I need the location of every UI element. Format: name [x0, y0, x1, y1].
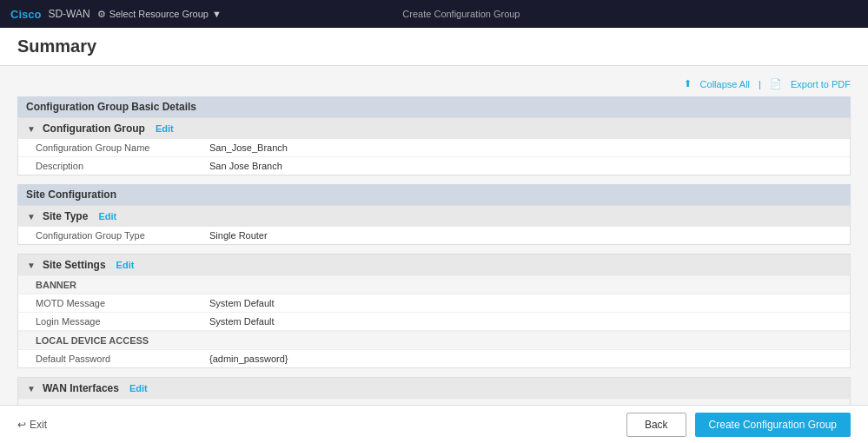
top-nav-center-label: Create Configuration Group	[402, 9, 520, 19]
expand-site-type-icon[interactable]: ▼	[27, 212, 36, 222]
site-settings-label: Site Settings	[43, 259, 106, 271]
site-type-body: Configuration Group Type Single Router	[18, 227, 850, 244]
expand-config-group-icon[interactable]: ▼	[27, 124, 36, 134]
page-title: Summary	[17, 36, 851, 56]
top-nav-left: Cisco SD-WAN ⚙ Select Resource Group ▼	[10, 8, 222, 21]
config-group-edit-link[interactable]: Edit	[156, 123, 174, 134]
transport1-subsection-header: TRANSPORT 1	[18, 399, 850, 405]
wan-interfaces-label: WAN Interfaces	[43, 382, 119, 394]
site-settings-body: BANNER MOTD Message System Default Login…	[18, 275, 850, 367]
table-row: MOTD Message System Default	[18, 294, 850, 313]
config-group-card: ▼ Configuration Group Edit Configuration…	[17, 117, 851, 175]
site-configuration-title: Site Configuration	[26, 188, 116, 201]
export-icon: 📄	[770, 78, 782, 89]
field-label-login-msg: Login Message	[36, 316, 209, 327]
site-settings-header: ▼ Site Settings Edit	[18, 255, 850, 275]
section-action-row: ⬆ Collapse All | 📄 Export to PDF	[17, 75, 851, 93]
export-to-pdf-button[interactable]: Export to PDF	[791, 79, 851, 89]
collapse-icon: ⬆	[684, 78, 692, 89]
field-label-group-name: Configuration Group Name	[36, 142, 209, 153]
local-device-subsection-header: LOCAL DEVICE ACCESS	[18, 331, 850, 350]
resource-group-selector[interactable]: ⚙ Select Resource Group ▼	[97, 9, 222, 20]
field-value-description: San Jose Branch	[209, 161, 282, 171]
field-label-default-pwd: Default Password	[36, 354, 209, 364]
wan-interfaces-card: ▼ WAN Interfaces Edit TRANSPORT 1 Name I…	[17, 377, 851, 405]
field-value-login-msg: System Default	[209, 316, 275, 327]
gear-icon: ⚙	[97, 9, 106, 20]
top-navigation: Cisco SD-WAN ⚙ Select Resource Group ▼ C…	[0, 0, 868, 28]
config-group-body: Configuration Group Name San_Jose_Branch…	[18, 139, 850, 175]
table-row: Login Message System Default	[18, 313, 850, 331]
field-value-config-type: Single Router	[209, 230, 268, 241]
table-row: Configuration Group Name San_Jose_Branch	[18, 139, 850, 157]
expand-wan-interfaces-icon[interactable]: ▼	[27, 384, 36, 393]
table-row: Configuration Group Type Single Router	[18, 227, 850, 244]
site-type-label: Site Type	[43, 210, 88, 222]
section-actions: ⬆ Collapse All | 📄 Export to PDF	[684, 78, 851, 89]
field-value-default-pwd: {admin_password}	[209, 354, 288, 364]
field-value-motd: System Default	[209, 298, 275, 308]
wan-interfaces-header: ▼ WAN Interfaces Edit	[18, 378, 850, 399]
cisco-logo: Cisco	[10, 8, 41, 21]
site-settings-edit-link[interactable]: Edit	[116, 260, 135, 270]
resource-group-label[interactable]: Select Resource Group	[109, 9, 209, 19]
config-group-basic-details-header: Configuration Group Basic Details	[17, 96, 851, 117]
main-content: ⬆ Collapse All | 📄 Export to PDF Configu…	[0, 66, 868, 405]
wan-interfaces-edit-link[interactable]: Edit	[129, 383, 148, 393]
separator: |	[759, 79, 761, 89]
collapse-all-button[interactable]: Collapse All	[700, 79, 750, 89]
chevron-down-icon: ▼	[212, 9, 222, 19]
config-group-card-header: ▼ Configuration Group Edit	[18, 118, 850, 139]
table-row: Default Password {admin_password}	[18, 350, 850, 367]
field-label-description: Description	[36, 161, 209, 171]
table-row: Description San Jose Branch	[18, 157, 850, 175]
config-group-label: Configuration Group	[43, 122, 145, 135]
site-type-header: ▼ Site Type Edit	[18, 206, 850, 227]
site-settings-card: ▼ Site Settings Edit BANNER MOTD Message…	[17, 254, 851, 368]
page-header: Summary	[0, 28, 868, 66]
field-label-motd: MOTD Message	[36, 298, 209, 308]
wan-interfaces-body: TRANSPORT 1 Name Internet Type public-in…	[18, 399, 850, 405]
site-type-card: ▼ Site Type Edit Configuration Group Typ…	[17, 205, 851, 245]
banner-subsection-header: BANNER	[18, 275, 850, 294]
app-name: SD-WAN	[48, 8, 89, 20]
site-type-edit-link[interactable]: Edit	[98, 211, 116, 222]
site-configuration-header: Site Configuration	[17, 184, 851, 205]
field-label-config-type: Configuration Group Type	[36, 230, 209, 241]
basic-details-title: Configuration Group Basic Details	[26, 101, 196, 113]
expand-site-settings-icon[interactable]: ▼	[27, 261, 36, 270]
field-value-group-name: San_Jose_Branch	[209, 142, 288, 153]
